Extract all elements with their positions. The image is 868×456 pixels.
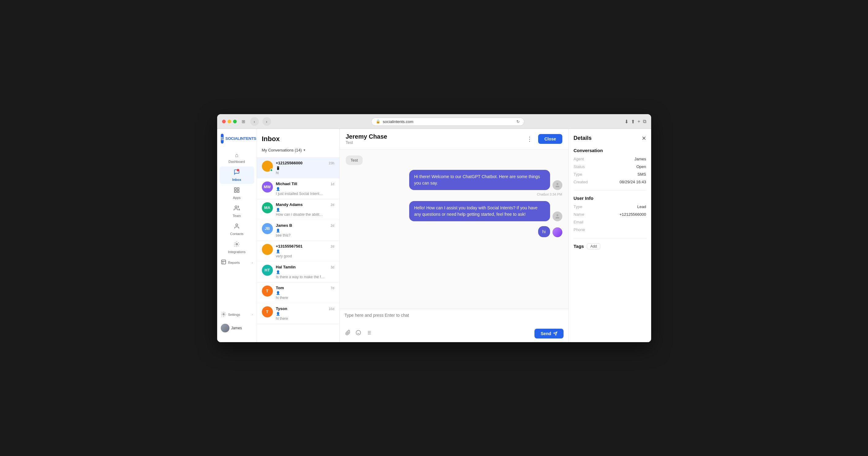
browser-chrome: ⊞ ‹ › 🔒 socialintents.com ↻ ⬇ ⬆ + ⧉ bbox=[217, 114, 651, 129]
detail-row-user-phone: Phone bbox=[574, 227, 646, 232]
sidebar-item-integrations[interactable]: Integrations bbox=[220, 239, 254, 256]
add-tag-button[interactable]: Add bbox=[587, 243, 600, 250]
address-bar[interactable]: 🔒 socialintents.com ↻ bbox=[371, 118, 524, 126]
conv-name: Tom bbox=[276, 286, 284, 290]
conversation-item[interactable]: MW Michael Till 1d 👤 I just installed So… bbox=[257, 178, 339, 199]
conversation-item[interactable]: MA Mandy Adams 2d 👤 How can i disable th… bbox=[257, 199, 339, 220]
bot-message-bubble: Hi there! Welcome to our ChatGPT Chatbot… bbox=[409, 170, 550, 190]
person-icon-small: 👤 bbox=[276, 312, 280, 316]
person-icon-small: 👤 bbox=[276, 270, 280, 274]
window-layout-btn[interactable]: ⊞ bbox=[241, 118, 247, 125]
send-button[interactable]: Send bbox=[534, 329, 563, 338]
new-tab-icon[interactable]: + bbox=[638, 119, 640, 125]
chat-input[interactable] bbox=[345, 313, 563, 325]
user-name-label: James bbox=[231, 326, 242, 330]
forward-button[interactable]: › bbox=[262, 117, 271, 126]
attach-button[interactable] bbox=[345, 329, 351, 337]
detail-label-status: Status bbox=[574, 164, 585, 169]
conversation-item[interactable]: T Tom 7d 👤 hi there bbox=[257, 283, 339, 303]
conv-avatar: MW bbox=[262, 182, 273, 193]
more-options-button[interactable]: ⋮ bbox=[524, 134, 535, 144]
sidebar-item-label: Reports bbox=[228, 261, 240, 264]
conv-body: Mandy Adams 2d 👤 How can i disable the a… bbox=[276, 202, 335, 217]
svg-point-6 bbox=[236, 243, 238, 245]
detail-label-type: Type bbox=[574, 172, 582, 176]
traffic-light-green[interactable] bbox=[233, 120, 237, 123]
emoji-button[interactable] bbox=[355, 329, 362, 337]
traffic-light-yellow[interactable] bbox=[227, 120, 231, 123]
sidebar-user-profile[interactable]: James bbox=[220, 321, 254, 335]
conversation-item[interactable]: +13155567501 2d 👤 very good bbox=[257, 241, 339, 262]
detail-row-agent: Agent James bbox=[574, 157, 646, 161]
conv-name: James B bbox=[276, 223, 292, 228]
conv-body: Tom 7d 👤 hi there bbox=[276, 286, 335, 300]
back-button[interactable]: ‹ bbox=[250, 117, 259, 126]
sidebar-item-team[interactable]: Team bbox=[220, 203, 254, 220]
conversation-item[interactable]: +12125566000 23h 📱 hi bbox=[257, 158, 339, 178]
traffic-light-red[interactable] bbox=[222, 120, 226, 123]
security-icon: 🔒 bbox=[376, 119, 380, 124]
browser-window: ⊞ ‹ › 🔒 socialintents.com ↻ ⬇ ⬆ + ⧉ S bbox=[217, 114, 651, 342]
bot-avatar bbox=[553, 180, 562, 190]
sidebar-item-settings[interactable]: Settings › bbox=[220, 309, 254, 320]
user-message-bubble: hi bbox=[538, 226, 550, 237]
section-divider bbox=[574, 190, 646, 191]
person-icon-small: 👤 bbox=[276, 187, 280, 191]
sidebar-item-apps[interactable]: Apps bbox=[220, 185, 254, 202]
settings-icon bbox=[221, 312, 226, 318]
conversations-filter[interactable]: My Conversations (14) ▾ bbox=[262, 146, 335, 154]
conv-avatar bbox=[262, 161, 273, 172]
close-chat-button[interactable]: Close bbox=[538, 134, 562, 144]
sidebar-item-inbox[interactable]: Inbox bbox=[220, 166, 254, 184]
conv-preview: see this? bbox=[276, 233, 325, 237]
detail-value-user-type: Lead bbox=[638, 204, 646, 209]
sidebar-item-label: Contacts bbox=[230, 232, 243, 236]
svg-point-8 bbox=[223, 314, 224, 315]
detail-value-status: Open bbox=[637, 164, 646, 169]
sidebar-item-dashboard[interactable]: ⌂ Dashboard bbox=[220, 150, 254, 166]
close-details-button[interactable]: ✕ bbox=[642, 135, 646, 142]
sidebar-item-reports[interactable]: Reports › bbox=[220, 257, 254, 269]
sidebar-item-label: Inbox bbox=[232, 178, 241, 182]
apps-icon bbox=[234, 187, 240, 195]
detail-row-type: Type SMS bbox=[574, 172, 646, 176]
user-avatar-chat bbox=[553, 227, 562, 237]
conv-body: James B 2d 👤 see this? bbox=[276, 223, 335, 237]
traffic-lights bbox=[222, 120, 237, 123]
download-icon[interactable]: ⬇ bbox=[624, 119, 628, 125]
chat-header-actions: ⋮ Close bbox=[524, 134, 562, 144]
windows-icon[interactable]: ⧉ bbox=[643, 119, 646, 125]
inbox-notification-dot bbox=[237, 169, 239, 171]
detail-value-agent: James bbox=[634, 157, 646, 161]
sidebar-item-label: Integrations bbox=[228, 250, 245, 254]
sidebar-item-contacts[interactable]: Contacts bbox=[220, 221, 254, 238]
bot-avatar bbox=[553, 211, 562, 221]
chat-contact-name: Jeremy Chase bbox=[346, 133, 388, 140]
share-icon[interactable]: ⬆ bbox=[631, 119, 635, 125]
conv-name: Hal Tamlin bbox=[276, 265, 296, 269]
settings-label: Settings bbox=[228, 313, 241, 317]
conv-time: 2d bbox=[331, 224, 334, 227]
conv-preview: How can i disable the ability to ... bbox=[276, 213, 325, 217]
detail-row-user-type: Type Lead bbox=[574, 204, 646, 209]
browser-actions: ⬇ ⬆ + ⧉ bbox=[624, 119, 646, 125]
reload-icon[interactable]: ↻ bbox=[517, 119, 520, 124]
details-title: Details bbox=[574, 135, 592, 141]
person-icon-small: 👤 bbox=[276, 250, 280, 253]
conv-time: 16d bbox=[329, 307, 334, 311]
user-info-section: User Info Type Lead Name +12125566000 Em… bbox=[574, 196, 646, 232]
conversation-item[interactable]: JB James B 2d 👤 see this? bbox=[257, 220, 339, 241]
sidebar-item-label: Team bbox=[233, 214, 241, 218]
sidebar: S SOCIALINTENTS ⌂ Dashboard bbox=[217, 129, 257, 342]
conversation-item[interactable]: T Tyson 16d 👤 hi there bbox=[257, 303, 339, 324]
bot-message-row: Hello! How can I assist you today with S… bbox=[346, 201, 562, 221]
detail-row-created: Created 08/29/24 16:43 bbox=[574, 180, 646, 184]
detail-label-user-type: Type bbox=[574, 204, 582, 209]
sidebar-item-label: Apps bbox=[233, 196, 241, 199]
svg-point-10 bbox=[557, 214, 558, 216]
list-button[interactable] bbox=[365, 329, 372, 337]
svg-rect-1 bbox=[237, 188, 239, 190]
conv-preview: hi there bbox=[276, 296, 325, 300]
conversation-item[interactable]: HT Hal Tamlin 3d 👤 Is there a way to mak… bbox=[257, 262, 339, 283]
svg-rect-3 bbox=[235, 190, 237, 192]
